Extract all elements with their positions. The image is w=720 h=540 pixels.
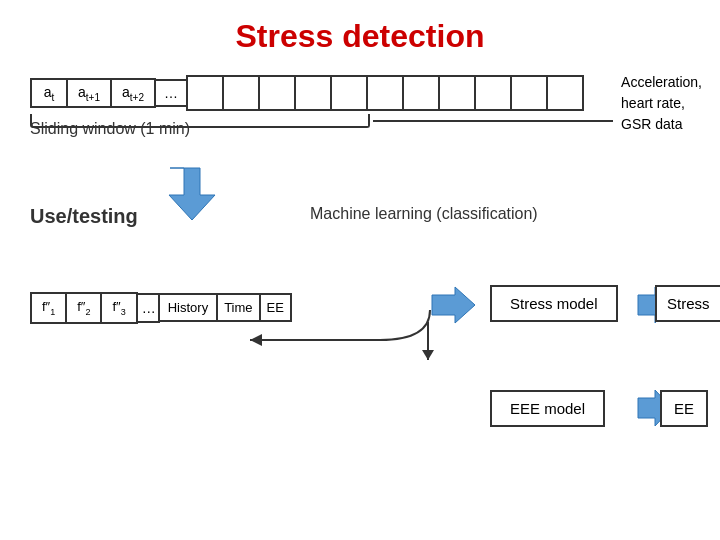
accel-box-at2: at+2 [110,78,156,109]
feature-f3: f″3 [100,292,137,324]
accel-label: Acceleration, heart rate, GSR data [621,72,702,135]
feature-history: History [158,293,218,322]
use-testing-label: Use/testing [30,205,138,228]
svg-marker-0 [169,168,215,220]
svg-marker-4 [422,350,434,360]
eee-model-box: EEE model [490,390,605,427]
feature-f1: f″1 [30,292,67,324]
accel-box-at: at [30,78,68,109]
feature-ee: EE [259,293,292,322]
ee-output-box: EE [660,390,708,427]
feature-f2: f″2 [65,292,102,324]
sliding-window-line [373,120,613,122]
stress-output-box: Stress [655,285,720,322]
stress-model-box: Stress model [490,285,618,322]
accel-boxes-row: at at+1 at+2 … [30,75,584,111]
ml-label: Machine learning (classification) [310,205,538,223]
page-title: Stress detection [236,18,485,55]
feature-row: f″1 f″2 f″3 … History Time EE [30,292,292,324]
feature-dots: … [138,293,160,323]
sliding-window-label: Sliding window (1 min) [30,120,190,138]
empty-boxes [186,75,584,111]
feature-time: Time [216,293,260,322]
svg-marker-1 [432,287,475,323]
accel-box-at1: at+1 [66,78,112,109]
accel-dots: … [156,79,186,107]
